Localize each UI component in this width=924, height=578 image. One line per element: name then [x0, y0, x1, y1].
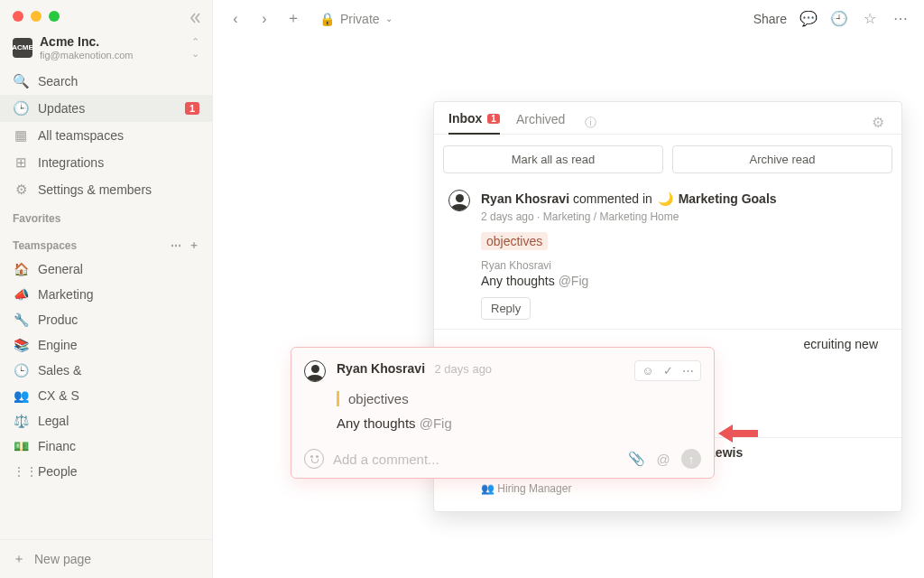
- expand-icon: ⌃⌄: [191, 36, 199, 60]
- teamspace-icon: 🕒: [13, 363, 29, 378]
- teamspace-icon: 📣: [13, 287, 29, 302]
- sidebar-label: Integrations: [38, 155, 199, 170]
- tab-inbox[interactable]: Inbox 1: [448, 111, 500, 135]
- teamspace-icon: ⚖️: [13, 414, 29, 428]
- teamspace-label: Marketing: [38, 287, 93, 302]
- integrations-icon: ⊞: [13, 154, 29, 171]
- send-button[interactable]: ↑: [681, 449, 701, 469]
- annotation-arrow: [718, 423, 758, 444]
- teamspace-label: CX & S: [38, 388, 79, 403]
- gear-icon[interactable]: ⚙: [869, 114, 887, 131]
- comments-icon[interactable]: 💬: [799, 10, 818, 27]
- popup-quote: objectives: [337, 391, 701, 406]
- teamspace-icon: ⋮⋮: [13, 464, 29, 479]
- sidebar-search[interactable]: 🔍 Search: [0, 68, 212, 95]
- teamspace-label: General: [38, 262, 83, 276]
- sidebar-teamspace-item[interactable]: ⋮⋮People: [0, 459, 212, 484]
- emoji-icon[interactable]: ☺: [640, 364, 656, 378]
- sidebar-teamspace-item[interactable]: 📣Marketing: [0, 282, 212, 307]
- plus-icon[interactable]: ＋: [189, 238, 199, 253]
- archive-read-button[interactable]: Archive read: [672, 145, 892, 173]
- avatar: [448, 190, 470, 211]
- mark-all-read-button[interactable]: Mark all as read: [443, 145, 663, 173]
- more-icon[interactable]: ⋯: [892, 10, 910, 27]
- updates-badge: 1: [185, 102, 199, 115]
- breadcrumb[interactable]: 🔒 Private ⌄: [319, 12, 393, 26]
- teamspace-label: People: [38, 464, 78, 479]
- minimize-window[interactable]: [31, 11, 42, 22]
- resolve-icon[interactable]: ✓: [660, 364, 676, 378]
- teamspace-icon: 👥: [13, 388, 29, 403]
- comment-popup: Ryan Khosravi 2 days ago ☺ ✓ ⋯ objective…: [291, 347, 715, 479]
- collapse-sidebar-icon[interactable]: [189, 11, 203, 25]
- comment-author: Ryan Khosravi: [481, 259, 887, 272]
- breadcrumb-label: Private: [340, 12, 380, 26]
- comment-input[interactable]: Add a comment...: [333, 452, 618, 467]
- new-page-button[interactable]: ＋ New page: [0, 539, 212, 578]
- sidebar-teamspace-item[interactable]: 🕒Sales &: [0, 358, 212, 383]
- page-icon: 🌙: [658, 191, 673, 206]
- workspace-switcher[interactable]: ACME Acme Inc. fig@makenotion.com ⌃⌄: [0, 22, 212, 68]
- mention: @Fig: [559, 274, 589, 288]
- workspace-email: fig@makenotion.com: [40, 50, 184, 61]
- more-icon[interactable]: ⋯: [679, 364, 696, 378]
- teamspace-icon: 🏠: [13, 262, 29, 276]
- favorite-icon[interactable]: ☆: [861, 10, 879, 27]
- notification-item[interactable]: Ryan Khosravi commented in 🌙 Marketing G…: [434, 184, 901, 329]
- inbox-badge: 1: [487, 114, 500, 124]
- clock-icon: 🕒: [13, 100, 29, 117]
- comment-input-row: Add a comment... 📎 @ ↑: [304, 445, 701, 469]
- search-icon: 🔍: [13, 73, 29, 89]
- main-area: ‹ › ＋ 🔒 Private ⌄ Share 💬 🕘 ☆ ⋯ Inbox 1 …: [213, 0, 924, 578]
- sidebar-label: Updates: [38, 101, 176, 116]
- sidebar-integrations[interactable]: ⊞ Integrations: [0, 149, 212, 176]
- teamspace-icon: 📚: [13, 338, 29, 352]
- gear-icon: ⚙: [13, 182, 29, 198]
- sidebar-teamspace-item[interactable]: 🔧Produc: [0, 307, 212, 332]
- new-tab-button[interactable]: ＋: [285, 9, 301, 28]
- teamspace-label: Financ: [38, 439, 76, 453]
- plus-icon: ＋: [13, 551, 25, 567]
- workspace-name: Acme Inc.: [40, 34, 184, 49]
- teamspace-icon: 🔧: [13, 312, 29, 327]
- sidebar-teamspace-item[interactable]: 💵Financ: [0, 434, 212, 459]
- maximize-window[interactable]: [49, 11, 60, 22]
- teamspace-icon: 💵: [13, 439, 29, 453]
- forward-button[interactable]: ›: [256, 11, 273, 27]
- popup-time: 2 days ago: [435, 362, 493, 376]
- new-page-label: New page: [34, 552, 91, 566]
- reply-button[interactable]: Reply: [481, 297, 531, 320]
- sidebar-teamspaces[interactable]: ▦ All teamspaces: [0, 122, 212, 149]
- sidebar-label: All teamspaces: [38, 128, 199, 143]
- help-icon[interactable]: ⓘ: [581, 115, 599, 131]
- quoted-text: objectives: [481, 232, 548, 250]
- comment-text: Any thoughts @Fig: [481, 274, 887, 288]
- notification-title: Ryan Khosravi commented in 🌙 Marketing G…: [481, 190, 887, 209]
- sidebar-label: Settings & members: [38, 182, 199, 197]
- back-button[interactable]: ‹: [227, 11, 244, 27]
- teamspace-label: Engine: [38, 338, 78, 352]
- history-icon[interactable]: 🕘: [830, 10, 848, 27]
- close-window[interactable]: [13, 11, 23, 22]
- sidebar-settings[interactable]: ⚙ Settings & members: [0, 176, 212, 203]
- mention-icon[interactable]: @: [654, 452, 672, 467]
- share-button[interactable]: Share: [753, 12, 787, 26]
- sidebar-teamspace-item[interactable]: ⚖️Legal: [0, 408, 212, 434]
- sidebar-updates[interactable]: 🕒 Updates 1: [0, 95, 212, 122]
- sidebar: ACME Acme Inc. fig@makenotion.com ⌃⌄ 🔍 S…: [0, 0, 213, 578]
- mention: @Fig: [420, 415, 452, 431]
- popup-actions: ☺ ✓ ⋯: [634, 360, 701, 381]
- sidebar-teamspace-item[interactable]: 📚Engine: [0, 332, 212, 358]
- favorites-heading[interactable]: Favorites: [0, 203, 212, 228]
- sidebar-teamspace-item[interactable]: 🏠General: [0, 256, 212, 282]
- popup-author: Ryan Khosravi: [337, 361, 425, 376]
- notification-subline: 👥 Hiring Manager: [481, 482, 887, 495]
- workspace-logo: ACME: [13, 38, 32, 58]
- teamspaces-heading[interactable]: Teamspaces ⋯ ＋: [0, 228, 212, 256]
- sidebar-teamspace-item[interactable]: 👥CX & S: [0, 383, 212, 408]
- more-icon[interactable]: ⋯: [171, 239, 181, 252]
- window-controls: [0, 0, 212, 22]
- notification-meta: 2 days ago · Marketing / Marketing Home: [481, 210, 887, 223]
- tab-archived[interactable]: Archived: [516, 112, 565, 134]
- attach-icon[interactable]: 📎: [627, 451, 645, 467]
